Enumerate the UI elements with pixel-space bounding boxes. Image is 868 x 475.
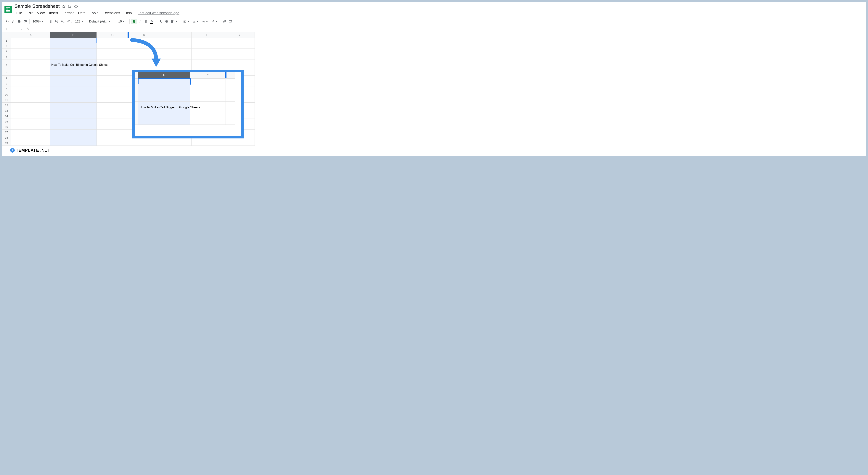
inset-resize-handle [225,72,226,78]
zoom-dropdown[interactable]: 100% [31,19,44,24]
fx-icon: fx [24,27,32,31]
svg-rect-17 [229,21,232,22]
row-header[interactable]: 8 [2,81,11,87]
toolbar: 100% $ % .0← .00→ 123 Default (Ari... 10… [2,17,866,26]
row-header[interactable]: 14 [2,113,11,119]
caret-down-icon [206,21,208,22]
caret-down-icon [42,21,43,22]
menu-extensions[interactable]: Extensions [101,10,122,16]
print-button[interactable] [17,19,22,24]
merge-dropdown[interactable] [169,19,179,24]
row-header[interactable]: 3 [2,49,11,54]
divider [129,19,130,24]
undo-button[interactable] [4,19,10,24]
text-color-button[interactable]: A [149,19,155,24]
col-header-b[interactable]: B [50,32,97,38]
row-header[interactable]: 10 [2,92,11,97]
col-header-d[interactable]: D [128,32,160,38]
row-header[interactable]: 7 [2,76,11,81]
row-header[interactable]: 6 [2,70,11,76]
strikethrough-button[interactable]: S [143,19,149,24]
paint-format-button[interactable] [22,19,28,24]
row-header[interactable]: 2 [2,43,11,49]
number-format-dropdown[interactable]: 123 [74,19,85,24]
font-dropdown[interactable]: Default (Ari... [88,19,114,24]
font-label: Default (Ari... [89,20,107,24]
cloud-icon[interactable] [74,4,78,8]
name-box-value: 3:B [4,27,8,31]
col-header-e[interactable]: E [160,32,191,38]
wrap-dropdown[interactable] [200,19,209,24]
row-headers: 1 2 3 4 5 6 7 8 9 10 11 12 13 14 15 16 1… [2,38,11,146]
title-row: Sample Spreadsheet [14,3,864,9]
inset-cell-b5: How To Make Cell Bigger in Google Sheets [138,102,190,113]
formula-bar: 3:B fx [2,26,866,32]
row-header[interactable]: 15 [2,119,11,124]
inset-preview: B C How To Make Cell Bigger in Google Sh… [132,70,244,138]
menu-file[interactable]: File [14,10,24,16]
select-all-corner[interactable] [2,32,11,38]
formula-input[interactable] [32,26,866,32]
menu-format[interactable]: Format [61,10,75,16]
document-title[interactable]: Sample Spreadsheet [14,3,60,9]
fontsize-dropdown[interactable]: 10 [117,19,128,24]
row-header[interactable]: 16 [2,124,11,130]
row-header[interactable]: 5 [2,60,11,70]
row-header[interactable]: 9 [2,87,11,92]
increase-decimal-button[interactable]: .00→ [66,19,73,24]
svg-rect-10 [173,20,174,23]
menu-help[interactable]: Help [123,10,133,16]
cell-b5: How To Make Cell Bigger in Google Sheets [50,60,97,70]
menu-edit[interactable]: Edit [25,10,35,16]
comment-button[interactable] [227,19,233,24]
col-header-a[interactable]: A [11,32,50,38]
sheets-logo-icon[interactable] [4,6,12,13]
row-header[interactable]: 13 [2,108,11,113]
star-icon[interactable] [62,4,66,8]
italic-button[interactable]: I [137,19,143,24]
row-header[interactable]: 4 [2,54,11,60]
link-button[interactable] [222,19,227,24]
caret-down-icon [21,29,22,30]
caret-down-icon [176,21,177,22]
decrease-decimal-button[interactable]: .0← [60,19,65,24]
divider [29,19,30,24]
brand-tld: .NET [40,148,50,153]
halign-dropdown[interactable] [182,19,191,24]
zoom-value: 100% [33,20,40,24]
menu-tools[interactable]: Tools [88,10,100,16]
svg-rect-9 [172,20,173,23]
fontsize-value: 10 [118,20,122,24]
svg-rect-0 [6,8,10,12]
cell-b1 [50,38,97,43]
move-icon[interactable] [68,4,71,8]
menu-view[interactable]: View [35,10,46,16]
redo-button[interactable] [10,19,16,24]
name-box[interactable]: 3:B [2,26,24,32]
col-header-c[interactable]: C [97,32,128,38]
watermark: T TEMPLATE.NET [10,148,50,153]
borders-button[interactable] [164,19,169,24]
fill-color-button[interactable] [158,19,163,24]
brand-icon: T [10,148,15,152]
row-header[interactable]: 18 [2,135,11,140]
row-header[interactable]: 19 [2,140,11,146]
caret-down-icon [109,21,110,22]
column-resize-handle[interactable] [128,32,129,38]
valign-dropdown[interactable] [191,19,200,24]
caret-down-icon [123,21,124,22]
menu-insert[interactable]: Insert [47,10,60,16]
inset-col-b: B [138,72,190,79]
last-edit-link[interactable]: Last edit was seconds ago [137,11,179,15]
currency-button[interactable]: $ [48,19,53,24]
rotate-dropdown[interactable] [210,19,218,24]
row-header[interactable]: 11 [2,97,11,103]
col-header-f[interactable]: F [191,32,223,38]
row-header[interactable]: 17 [2,130,11,135]
percent-button[interactable]: % [54,19,59,24]
menu-data[interactable]: Data [76,10,87,16]
row-header[interactable]: 1 [2,38,11,43]
bold-button[interactable]: B [131,19,137,24]
row-header[interactable]: 12 [2,103,11,108]
col-header-g[interactable]: G [223,32,255,38]
